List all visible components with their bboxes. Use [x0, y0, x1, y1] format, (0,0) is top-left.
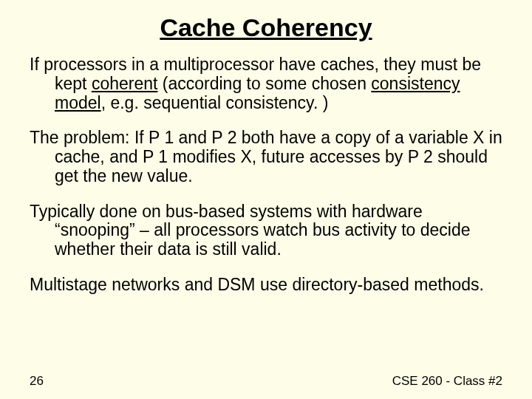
- paragraph-4: Multistage networks and DSM use director…: [30, 276, 502, 295]
- page-number: 26: [30, 374, 44, 389]
- slide: Cache Coherency If processors in a multi…: [0, 0, 532, 399]
- footer: 26 CSE 260 - Class #2: [30, 374, 502, 389]
- paragraph-2: The problem: If P 1 and P 2 both have a …: [30, 129, 502, 185]
- slide-title: Cache Coherency: [30, 13, 502, 42]
- course-label: CSE 260 - Class #2: [392, 374, 502, 389]
- paragraph-1: If processors in a multiprocessor have c…: [30, 55, 502, 112]
- p1-underline-coherent: coherent: [92, 74, 158, 93]
- p1-text-c: , e.g. sequential consistency. ): [101, 93, 329, 112]
- paragraph-3: Typically done on bus-based systems with…: [30, 202, 502, 259]
- p1-text-b: (according to some chosen: [157, 74, 371, 93]
